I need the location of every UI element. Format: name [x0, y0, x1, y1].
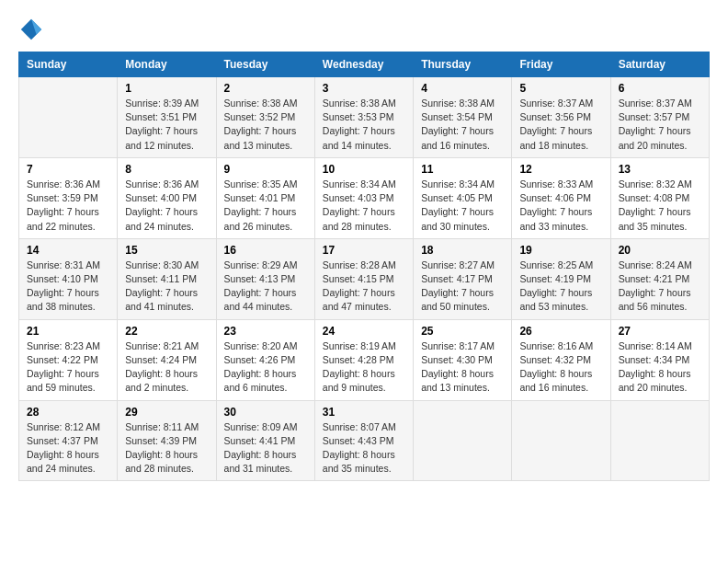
day-info: Sunrise: 8:24 AM Sunset: 4:21 PM Dayligh…	[619, 259, 701, 315]
calendar-cell: 19Sunrise: 8:25 AM Sunset: 4:19 PM Dayli…	[512, 238, 610, 319]
day-number: 28	[27, 406, 109, 419]
calendar-cell: 30Sunrise: 8:09 AM Sunset: 4:41 PM Dayli…	[216, 400, 314, 481]
calendar-week-row: 21Sunrise: 8:23 AM Sunset: 4:22 PM Dayli…	[19, 319, 710, 400]
calendar-cell: 3Sunrise: 8:38 AM Sunset: 3:53 PM Daylig…	[314, 77, 413, 158]
day-info: Sunrise: 8:19 AM Sunset: 4:28 PM Dayligh…	[323, 339, 405, 396]
day-info: Sunrise: 8:28 AM Sunset: 4:15 PM Dayligh…	[323, 259, 405, 315]
day-number: 29	[125, 406, 208, 419]
calendar-cell	[19, 77, 118, 158]
day-number: 18	[421, 244, 504, 257]
calendar-cell: 7Sunrise: 8:36 AM Sunset: 3:59 PM Daylig…	[19, 157, 118, 238]
calendar-cell: 21Sunrise: 8:23 AM Sunset: 4:22 PM Dayli…	[19, 319, 118, 400]
logo-icon	[18, 17, 44, 42]
day-info: Sunrise: 8:09 AM Sunset: 4:41 PM Dayligh…	[224, 420, 307, 477]
calendar-cell: 25Sunrise: 8:17 AM Sunset: 4:30 PM Dayli…	[414, 319, 512, 400]
day-info: Sunrise: 8:21 AM Sunset: 4:24 PM Dayligh…	[125, 339, 208, 396]
calendar-cell: 8Sunrise: 8:36 AM Sunset: 4:00 PM Daylig…	[118, 157, 216, 238]
calendar-cell: 5Sunrise: 8:37 AM Sunset: 3:56 PM Daylig…	[512, 77, 610, 158]
day-info: Sunrise: 8:27 AM Sunset: 4:17 PM Dayligh…	[421, 259, 504, 315]
day-info: Sunrise: 8:17 AM Sunset: 4:30 PM Dayligh…	[421, 339, 504, 396]
day-info: Sunrise: 8:33 AM Sunset: 4:06 PM Dayligh…	[519, 178, 602, 234]
day-number: 21	[27, 325, 109, 338]
day-info: Sunrise: 8:39 AM Sunset: 3:51 PM Dayligh…	[125, 97, 208, 153]
calendar-cell	[414, 400, 512, 481]
weekday-header: Friday	[512, 52, 610, 77]
calendar-cell: 10Sunrise: 8:34 AM Sunset: 4:03 PM Dayli…	[314, 157, 413, 238]
calendar-week-row: 7Sunrise: 8:36 AM Sunset: 3:59 PM Daylig…	[19, 157, 710, 238]
calendar-cell: 20Sunrise: 8:24 AM Sunset: 4:21 PM Dayli…	[610, 238, 709, 319]
day-number: 10	[323, 163, 405, 176]
day-number: 19	[519, 244, 602, 257]
calendar-cell: 23Sunrise: 8:20 AM Sunset: 4:26 PM Dayli…	[216, 319, 314, 400]
calendar-cell: 4Sunrise: 8:38 AM Sunset: 3:54 PM Daylig…	[414, 77, 512, 158]
weekday-header: Wednesday	[314, 52, 413, 77]
day-number: 14	[27, 244, 109, 257]
logo	[18, 17, 48, 42]
day-info: Sunrise: 8:30 AM Sunset: 4:11 PM Dayligh…	[125, 259, 208, 315]
day-info: Sunrise: 8:25 AM Sunset: 4:19 PM Dayligh…	[519, 259, 602, 315]
day-number: 9	[224, 163, 307, 176]
calendar-cell: 22Sunrise: 8:21 AM Sunset: 4:24 PM Dayli…	[118, 319, 216, 400]
calendar-cell: 28Sunrise: 8:12 AM Sunset: 4:37 PM Dayli…	[19, 400, 118, 481]
day-number: 16	[224, 244, 307, 257]
day-info: Sunrise: 8:14 AM Sunset: 4:34 PM Dayligh…	[619, 339, 701, 396]
weekday-header: Sunday	[19, 52, 118, 77]
calendar-cell: 13Sunrise: 8:32 AM Sunset: 4:08 PM Dayli…	[610, 157, 709, 238]
day-info: Sunrise: 8:23 AM Sunset: 4:22 PM Dayligh…	[27, 339, 109, 396]
day-number: 5	[519, 82, 602, 95]
calendar-cell	[610, 400, 709, 481]
calendar-cell: 26Sunrise: 8:16 AM Sunset: 4:32 PM Dayli…	[512, 319, 610, 400]
calendar-cell: 9Sunrise: 8:35 AM Sunset: 4:01 PM Daylig…	[216, 157, 314, 238]
day-info: Sunrise: 8:32 AM Sunset: 4:08 PM Dayligh…	[619, 178, 701, 234]
day-number: 24	[323, 325, 405, 338]
day-number: 11	[421, 163, 504, 176]
day-info: Sunrise: 8:20 AM Sunset: 4:26 PM Dayligh…	[224, 339, 307, 396]
calendar-week-row: 14Sunrise: 8:31 AM Sunset: 4:10 PM Dayli…	[19, 238, 710, 319]
weekday-header: Thursday	[414, 52, 512, 77]
calendar-cell: 31Sunrise: 8:07 AM Sunset: 4:43 PM Dayli…	[314, 400, 413, 481]
day-info: Sunrise: 8:29 AM Sunset: 4:13 PM Dayligh…	[224, 259, 307, 315]
day-number: 6	[619, 82, 701, 95]
day-number: 3	[323, 82, 405, 95]
calendar-cell: 24Sunrise: 8:19 AM Sunset: 4:28 PM Dayli…	[314, 319, 413, 400]
calendar-cell: 27Sunrise: 8:14 AM Sunset: 4:34 PM Dayli…	[610, 319, 709, 400]
calendar-cell	[512, 400, 610, 481]
day-number: 31	[323, 406, 405, 419]
calendar-cell: 18Sunrise: 8:27 AM Sunset: 4:17 PM Dayli…	[414, 238, 512, 319]
day-number: 23	[224, 325, 307, 338]
weekday-header: Tuesday	[216, 52, 314, 77]
day-number: 22	[125, 325, 208, 338]
day-number: 8	[125, 163, 208, 176]
day-number: 25	[421, 325, 504, 338]
calendar-cell: 29Sunrise: 8:11 AM Sunset: 4:39 PM Dayli…	[118, 400, 216, 481]
day-info: Sunrise: 8:37 AM Sunset: 3:56 PM Dayligh…	[519, 97, 602, 153]
day-number: 1	[125, 82, 208, 95]
day-info: Sunrise: 8:34 AM Sunset: 4:05 PM Dayligh…	[421, 178, 504, 234]
day-info: Sunrise: 8:38 AM Sunset: 3:53 PM Dayligh…	[323, 97, 405, 153]
calendar-cell: 2Sunrise: 8:38 AM Sunset: 3:52 PM Daylig…	[216, 77, 314, 158]
calendar-cell: 15Sunrise: 8:30 AM Sunset: 4:11 PM Dayli…	[118, 238, 216, 319]
day-number: 13	[619, 163, 701, 176]
day-info: Sunrise: 8:34 AM Sunset: 4:03 PM Dayligh…	[323, 178, 405, 234]
calendar-cell: 6Sunrise: 8:37 AM Sunset: 3:57 PM Daylig…	[610, 77, 709, 158]
header-row: SundayMondayTuesdayWednesdayThursdayFrid…	[19, 52, 710, 77]
day-info: Sunrise: 8:35 AM Sunset: 4:01 PM Dayligh…	[224, 178, 307, 234]
day-info: Sunrise: 8:31 AM Sunset: 4:10 PM Dayligh…	[27, 259, 109, 315]
day-info: Sunrise: 8:12 AM Sunset: 4:37 PM Dayligh…	[27, 420, 109, 477]
weekday-header: Saturday	[610, 52, 709, 77]
day-number: 17	[323, 244, 405, 257]
calendar-cell: 17Sunrise: 8:28 AM Sunset: 4:15 PM Dayli…	[314, 238, 413, 319]
calendar-week-row: 1Sunrise: 8:39 AM Sunset: 3:51 PM Daylig…	[19, 77, 710, 158]
page: SundayMondayTuesdayWednesdayThursdayFrid…	[0, 0, 728, 563]
day-number: 27	[619, 325, 701, 338]
day-info: Sunrise: 8:37 AM Sunset: 3:57 PM Dayligh…	[619, 97, 701, 153]
day-info: Sunrise: 8:36 AM Sunset: 4:00 PM Dayligh…	[125, 178, 208, 234]
calendar-cell: 14Sunrise: 8:31 AM Sunset: 4:10 PM Dayli…	[19, 238, 118, 319]
calendar-week-row: 28Sunrise: 8:12 AM Sunset: 4:37 PM Dayli…	[19, 400, 710, 481]
day-number: 20	[619, 244, 701, 257]
day-info: Sunrise: 8:11 AM Sunset: 4:39 PM Dayligh…	[125, 420, 208, 477]
calendar-table: SundayMondayTuesdayWednesdayThursdayFrid…	[18, 52, 710, 481]
day-number: 15	[125, 244, 208, 257]
day-number: 7	[27, 163, 109, 176]
day-number: 2	[224, 82, 307, 95]
